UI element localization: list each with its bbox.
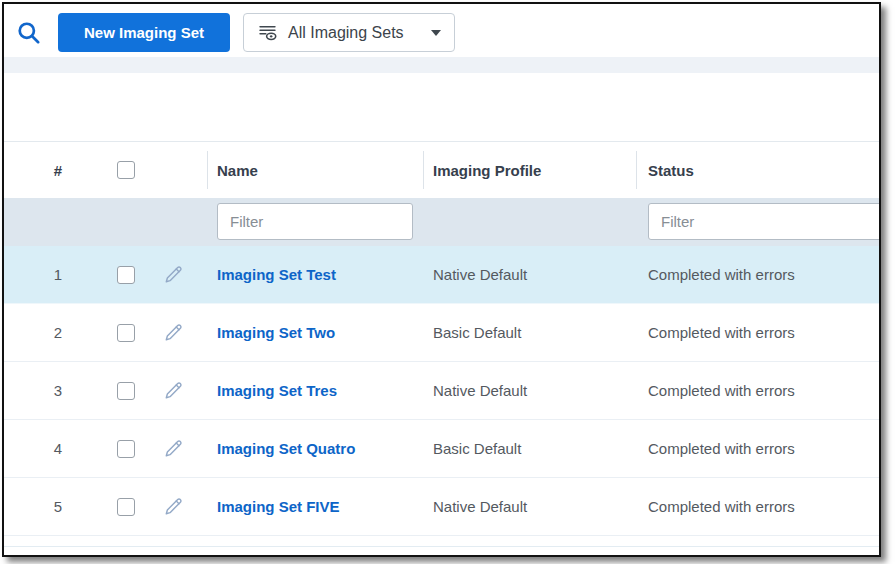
status-filter-input[interactable] <box>648 203 881 240</box>
select-all-checkbox[interactable] <box>117 161 135 179</box>
caret-down-icon <box>431 30 441 36</box>
imaging-set-link[interactable]: Imaging Set Two <box>217 324 335 341</box>
edit-pencil-icon[interactable] <box>161 321 185 345</box>
views-dropdown[interactable]: All Imaging Sets <box>243 13 455 52</box>
toolbar-bottom-band <box>4 57 879 73</box>
edit-pencil-icon[interactable] <box>161 495 185 519</box>
imaging-profile-cell: Basic Default <box>433 420 633 477</box>
imaging-sets-window: New Imaging Set All Imaging Sets # Name <box>2 2 881 557</box>
column-divider <box>207 151 208 189</box>
column-divider <box>636 151 637 189</box>
row-number: 3 <box>38 362 78 419</box>
status-cell: Completed with errors <box>648 304 881 361</box>
imaging-profile-cell: Native Default <box>433 246 633 303</box>
table-header-row: # Name Imaging Profile Status <box>4 141 879 198</box>
row-checkbox[interactable] <box>117 266 135 284</box>
toolbar: New Imaging Set All Imaging Sets <box>4 4 879 57</box>
column-header-number: # <box>38 142 78 198</box>
table-row: 1 Imaging Set Test Native Default Comple… <box>4 246 879 304</box>
edit-pencil-icon[interactable] <box>161 263 185 287</box>
new-imaging-set-button[interactable]: New Imaging Set <box>58 13 230 52</box>
views-list-eye-icon <box>257 22 278 43</box>
imaging-set-link[interactable]: Imaging Set Quatro <box>217 440 355 457</box>
table-bottom-divider <box>4 546 879 547</box>
status-cell: Completed with errors <box>648 246 881 303</box>
row-checkbox[interactable] <box>117 382 135 400</box>
name-filter-input[interactable] <box>217 203 413 240</box>
column-header-imaging-profile[interactable]: Imaging Profile <box>433 142 633 198</box>
search-icon[interactable] <box>14 18 42 46</box>
row-checkbox[interactable] <box>117 324 135 342</box>
row-number: 2 <box>38 304 78 361</box>
status-cell: Completed with errors <box>648 478 881 535</box>
imaging-set-link[interactable]: Imaging Set FIVE <box>217 498 340 515</box>
row-number: 4 <box>38 420 78 477</box>
row-checkbox[interactable] <box>117 440 135 458</box>
column-header-status[interactable]: Status <box>648 142 881 198</box>
status-cell: Completed with errors <box>648 362 881 419</box>
column-header-name[interactable]: Name <box>217 142 422 198</box>
views-dropdown-label: All Imaging Sets <box>288 24 404 42</box>
table-row: 5 Imaging Set FIVE Native Default Comple… <box>4 478 879 536</box>
table-body: 1 Imaging Set Test Native Default Comple… <box>4 246 879 536</box>
select-all-cell <box>117 142 135 198</box>
table-row: 2 Imaging Set Two Basic Default Complete… <box>4 304 879 362</box>
imaging-set-link[interactable]: Imaging Set Tres <box>217 382 337 399</box>
row-checkbox[interactable] <box>117 498 135 516</box>
edit-pencil-icon[interactable] <box>161 379 185 403</box>
imaging-profile-cell: Native Default <box>433 478 633 535</box>
edit-pencil-icon[interactable] <box>161 437 185 461</box>
row-number: 1 <box>38 246 78 303</box>
imaging-profile-cell: Native Default <box>433 362 633 419</box>
table-row: 4 Imaging Set Quatro Basic Default Compl… <box>4 420 879 478</box>
filter-row <box>4 198 879 246</box>
status-cell: Completed with errors <box>648 420 881 477</box>
column-divider <box>423 151 424 189</box>
row-number: 5 <box>38 478 78 535</box>
imaging-set-link[interactable]: Imaging Set Test <box>217 266 336 283</box>
imaging-profile-cell: Basic Default <box>433 304 633 361</box>
table-row: 3 Imaging Set Tres Native Default Comple… <box>4 362 879 420</box>
